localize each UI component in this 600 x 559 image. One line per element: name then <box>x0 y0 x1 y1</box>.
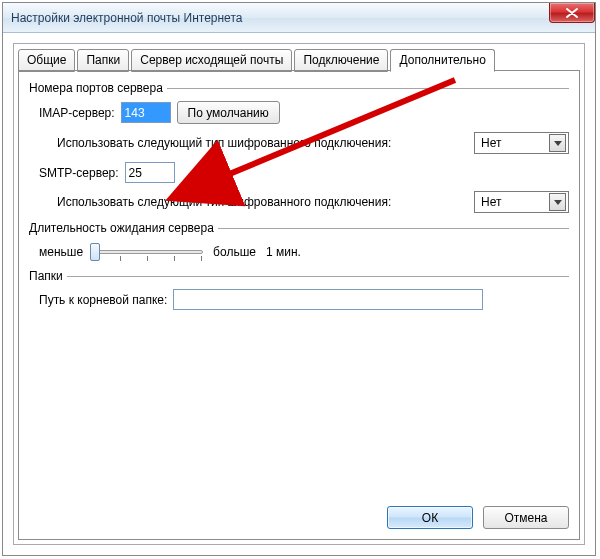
imap-encryption-select[interactable]: Нет <box>474 132 569 154</box>
window-title: Настройки электронной почты Интернета <box>11 11 242 25</box>
root-folder-label: Путь к корневой папке: <box>39 293 167 307</box>
group-timeout: Длительность ожидания сервера меньше б <box>25 221 573 263</box>
default-ports-button[interactable]: По умолчанию <box>177 101 280 124</box>
ok-button[interactable]: ОК <box>387 506 473 529</box>
tab-outgoing[interactable]: Сервер исходящей почты <box>131 49 292 72</box>
smtp-encryption-label: Использовать следующий тип шифрованного … <box>57 195 391 209</box>
timeout-more-label: больше <box>213 245 256 259</box>
close-button[interactable] <box>549 3 595 23</box>
smtp-encryption-value: Нет <box>481 195 501 209</box>
tab-folders[interactable]: Папки <box>77 49 129 72</box>
timeout-less-label: меньше <box>39 245 83 259</box>
smtp-port-label: SMTP-сервер: <box>39 166 119 180</box>
tab-connection[interactable]: Подключение <box>294 49 388 72</box>
imap-port-input[interactable] <box>121 102 171 123</box>
group-label-ports: Номера портов сервера <box>29 81 167 95</box>
tab-strip: Общие Папки Сервер исходящей почты Подкл… <box>14 44 584 71</box>
tab-page-advanced: Номера портов сервера IMAP-сервер: По ум… <box>18 71 580 540</box>
imap-port-label: IMAP-сервер: <box>39 106 115 120</box>
chevron-down-icon <box>549 193 566 211</box>
title-bar: Настройки электронной почты Интернета <box>3 3 595 33</box>
group-label-timeout: Длительность ожидания сервера <box>29 221 218 235</box>
group-label-folders: Папки <box>29 269 67 283</box>
imap-encryption-label: Использовать следующий тип шифрованного … <box>57 136 391 150</box>
imap-encryption-value: Нет <box>481 136 501 150</box>
dialog-window: Настройки электронной почты Интернета Об… <box>2 2 596 556</box>
smtp-port-input[interactable] <box>125 162 175 183</box>
timeout-value: 1 мин. <box>266 245 301 259</box>
tab-advanced[interactable]: Дополнительно <box>390 49 494 72</box>
smtp-encryption-select[interactable]: Нет <box>474 191 569 213</box>
timeout-slider[interactable] <box>93 241 203 263</box>
close-icon <box>566 8 578 18</box>
cancel-button[interactable]: Отмена <box>483 506 569 529</box>
slider-thumb[interactable] <box>90 243 100 261</box>
group-folders: Папки Путь к корневой папке: <box>25 269 573 310</box>
tab-general[interactable]: Общие <box>18 49 75 72</box>
group-server-ports: Номера портов сервера IMAP-сервер: По ум… <box>25 81 573 213</box>
dialog-body: Общие Папки Сервер исходящей почты Подкл… <box>13 43 585 545</box>
dialog-footer: ОК Отмена <box>387 506 569 529</box>
root-folder-input[interactable] <box>173 289 483 310</box>
chevron-down-icon <box>549 134 566 152</box>
tab-underline <box>18 70 580 71</box>
